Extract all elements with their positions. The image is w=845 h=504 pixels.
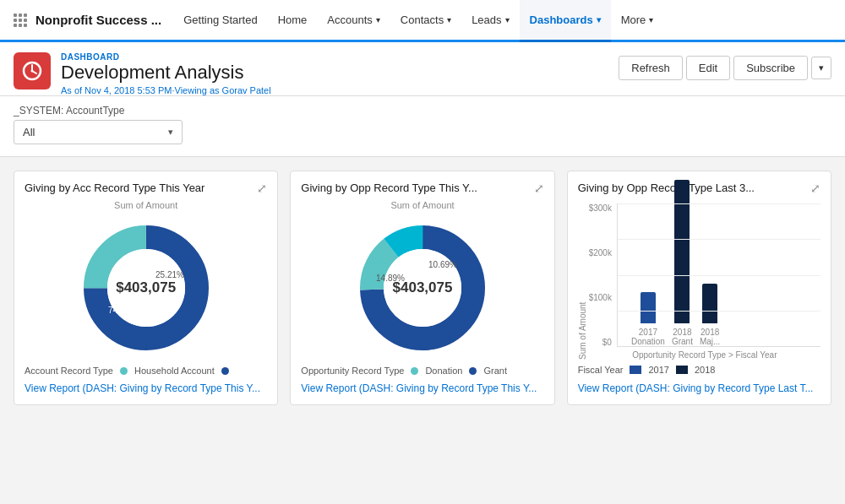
chart-3-y-axis: $300k $200k $100k $0 (589, 203, 617, 347)
legend-2018-label: 2018 (695, 365, 715, 375)
svg-rect-4 (19, 19, 22, 22)
chart-1-expand-icon[interactable]: ⤢ (257, 182, 267, 195)
chart-1-donut: 25.21% 74.79% $403,075 (25, 220, 267, 355)
chart-3-fiscal-year-label: Fiscal Year (578, 365, 624, 375)
top-navigation: Nonprofit Success ... Getting Started Ho… (0, 0, 845, 42)
svg-rect-8 (24, 24, 27, 27)
bar-group-donation: 2017Donation (631, 292, 665, 346)
page-header: DASHBOARD Development Analysis As of Nov… (0, 42, 845, 96)
bar-group-grant: 2018Grant (672, 180, 693, 346)
dashboards-caret-icon: ▾ (597, 15, 601, 24)
chart-2-title: Giving by Opp Record Type This Y... (301, 182, 533, 194)
filter-label: _SYSTEM: AccountType (14, 105, 831, 117)
svg-rect-6 (14, 24, 17, 27)
chart-3-view-report-link[interactable]: View Report (DASH: Giving by Record Type… (578, 382, 820, 394)
legend-dot-donation (411, 367, 418, 375)
bar-label-donation-2017: 2017Donation (631, 328, 665, 346)
bar-grant-2018 (674, 180, 690, 323)
chart-2-donut: 10.69% 14.89% 74.43% $403,075 (301, 220, 543, 355)
svg-text:74.79%: 74.79% (108, 306, 137, 315)
chart-2-header: Giving by Opp Record Type This Y... ⤢ (301, 182, 543, 195)
legend-grant-label: Grant (483, 366, 507, 376)
chart-3-header: Giving by Opp Record Type Last 3... ⤢ (578, 182, 820, 195)
chart-3-title: Giving by Opp Record Type Last 3... (578, 182, 810, 194)
chart-3-expand-icon[interactable]: ⤢ (810, 182, 820, 195)
chart-1-header: Giving by Acc Record Type This Year ⤢ (25, 182, 267, 195)
leads-caret-icon: ▾ (505, 15, 510, 24)
svg-rect-1 (19, 14, 22, 17)
legend-dot-grant (469, 367, 477, 375)
chart-2-expand-icon[interactable]: ⤢ (534, 182, 544, 195)
filter-caret-icon: ▾ (168, 127, 173, 138)
nav-item-getting-started[interactable]: Getting Started (173, 0, 267, 42)
bar-label-grant-2018: 2018Grant (672, 328, 693, 346)
chart-2-subtitle: Sum of Amount (301, 200, 543, 210)
chart-3-x-axis-label: Opportunity Record Type > Fiscal Year (589, 350, 820, 360)
legend-household-label: Household Account (134, 366, 215, 376)
chart-card-3: Giving by Opp Record Type Last 3... ⤢ Su… (567, 171, 831, 405)
chart-2-legend-label: Opportunity Record Type (301, 366, 404, 376)
legend-dot-other (221, 367, 229, 375)
nav-item-more[interactable]: More▾ (611, 0, 664, 42)
legend-rect-2018 (676, 366, 688, 374)
accounts-caret-icon: ▾ (376, 15, 380, 24)
chart-1-view-report-link[interactable]: View Report (DASH: Giving by Record Type… (25, 382, 267, 394)
nav-item-leads[interactable]: Leads▾ (461, 0, 519, 42)
svg-text:25.21%: 25.21% (155, 270, 184, 279)
header-left: DASHBOARD Development Analysis As of Nov… (14, 52, 271, 95)
grid-icon[interactable] (8, 8, 32, 32)
svg-rect-2 (24, 14, 27, 17)
bar-major-2018 (702, 284, 717, 323)
chart-card-2: Giving by Opp Record Type This Y... ⤢ Su… (290, 171, 554, 405)
chart-2-center-amount: $403,075 (393, 279, 453, 296)
chart-1-center-amount: $403,075 (116, 279, 176, 296)
chart-2-legend: Opportunity Record Type Donation Grant (301, 366, 543, 376)
filter-area: _SYSTEM: AccountType All ▾ (0, 96, 845, 157)
bars-area: 2017Donation 2018Grant (617, 203, 820, 347)
legend-dot-household (120, 367, 128, 375)
svg-rect-3 (14, 19, 17, 22)
bar-donation-2017 (641, 292, 656, 323)
nav-item-home[interactable]: Home (268, 0, 318, 42)
more-caret-icon: ▾ (649, 15, 653, 24)
nav-item-accounts[interactable]: Accounts▾ (317, 0, 390, 42)
nav-item-dashboards[interactable]: Dashboards▾ (520, 0, 611, 42)
edit-button[interactable]: Edit (686, 56, 730, 80)
actions-dropdown-button[interactable]: ▾ (811, 57, 831, 79)
chart-1-title: Giving by Acc Record Type This Year (25, 182, 257, 194)
header-text: DASHBOARD Development Analysis As of Nov… (61, 52, 271, 95)
svg-point-10 (31, 70, 34, 73)
dashboard-area: Giving by Acc Record Type This Year ⤢ Su… (0, 157, 845, 419)
page-title: Development Analysis (61, 62, 271, 84)
header-actions: Refresh Edit Subscribe ▾ (619, 56, 831, 80)
chart-1-legend-label: Account Record Type (25, 366, 113, 376)
header-label: DASHBOARD (61, 52, 271, 62)
contacts-caret-icon: ▾ (447, 15, 451, 24)
app-name: Nonprofit Success ... (35, 13, 161, 27)
legend-rect-2017 (630, 366, 641, 374)
header-subtitle: As of Nov 4, 2018 5:53 PM·Viewing as Gor… (61, 85, 271, 95)
chart-1-legend: Account Record Type Household Account (25, 366, 267, 376)
filter-value: All (23, 126, 35, 138)
dashboard-icon (14, 52, 51, 89)
account-type-filter[interactable]: All ▾ (14, 120, 183, 144)
chart-3-legend: Fiscal Year 2017 2018 (578, 365, 820, 375)
subscribe-button[interactable]: Subscribe (733, 56, 808, 80)
chart-card-1: Giving by Acc Record Type This Year ⤢ Su… (14, 171, 278, 405)
bar-group-major: 2018Maj... (700, 284, 720, 346)
chart-2-view-report-link[interactable]: View Report (DASH: Giving by Record Type… (301, 382, 543, 394)
svg-rect-5 (24, 19, 27, 22)
nav-item-contacts[interactable]: Contacts▾ (390, 0, 461, 42)
nav-items: Getting Started Home Accounts▾ Contacts▾… (173, 0, 837, 40)
chart-1-subtitle: Sum of Amount (25, 200, 267, 210)
chart-3-bar: Sum of Amount $300k $200k $100k $0 (578, 203, 820, 376)
chart-3-y-axis-label: Sum of Amount (578, 203, 587, 360)
svg-rect-7 (19, 24, 22, 27)
bar-label-major-2018: 2018Maj... (700, 328, 720, 346)
legend-2017-label: 2017 (648, 365, 668, 375)
refresh-button[interactable]: Refresh (619, 56, 683, 80)
svg-text:74.43%: 74.43% (408, 310, 437, 319)
svg-rect-0 (14, 14, 17, 17)
legend-donation-label: Donation (425, 366, 462, 376)
svg-text:10.69%: 10.69% (428, 260, 457, 269)
